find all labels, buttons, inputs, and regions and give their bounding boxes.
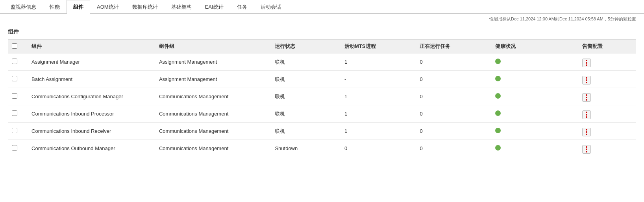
table-header-row: 组件 组件组 运行状态 活动MTS进程 正在运行任务 健康状况 告警配置	[8, 40, 636, 53]
alert-dot-3	[586, 116, 587, 118]
alert-dots-icon	[586, 146, 587, 152]
alert-dot-2	[586, 149, 587, 150]
cell-health	[491, 53, 578, 71]
tab-性能[interactable]: 性能	[43, 0, 67, 14]
cell-component-name: Communications Inbound Receiver	[28, 123, 155, 140]
row-checkbox-0[interactable]	[12, 59, 17, 64]
tab-数据库统计[interactable]: 数据库统计	[126, 0, 165, 14]
alert-dot-3	[586, 64, 587, 66]
cell-component-group: Assignment Management	[155, 71, 271, 88]
cell-component-group: Communications Management	[155, 123, 271, 140]
cell-alert	[578, 105, 636, 123]
alert-dots-icon	[586, 112, 587, 118]
table-row: Assignment Manager Assignment Management…	[8, 53, 636, 71]
cell-alert	[578, 53, 636, 71]
alert-dot-1	[586, 77, 587, 79]
cell-tasks: 0	[416, 53, 491, 71]
tab-活动会话[interactable]: 活动会话	[254, 0, 288, 14]
alert-dot-1	[586, 129, 587, 130]
alert-config-button[interactable]	[582, 93, 591, 102]
tab-监视器信息[interactable]: 监视器信息	[4, 0, 43, 14]
table-row: Communications Inbound Receiver Communic…	[8, 123, 636, 140]
cell-component-group: Communications Management	[155, 140, 271, 157]
alert-dot-2	[586, 97, 587, 98]
alert-dot-3	[586, 99, 587, 101]
health-dot	[495, 93, 501, 99]
row-checkbox-2[interactable]	[12, 93, 17, 99]
cell-mts: 1	[341, 53, 416, 71]
cell-mts: 1	[341, 123, 416, 140]
cell-status: 联机	[271, 123, 341, 140]
col-header-status: 运行状态	[271, 40, 341, 53]
cell-health	[491, 71, 578, 88]
tab-任务[interactable]: 任务	[230, 0, 254, 14]
alert-config-button[interactable]	[582, 59, 591, 67]
col-header-component: 组件	[28, 40, 155, 53]
col-header-group: 组件组	[155, 40, 271, 53]
alert-config-button[interactable]	[582, 110, 591, 119]
col-header-alert: 告警配置	[578, 40, 636, 53]
alert-dot-1	[586, 146, 587, 148]
tab-AOM统计[interactable]: AOM统计	[90, 0, 126, 14]
health-dot	[495, 110, 501, 116]
cell-health	[491, 105, 578, 123]
alert-dots-icon	[586, 94, 587, 101]
alert-dot-3	[586, 151, 587, 152]
cell-component-group: Communications Management	[155, 105, 271, 123]
alert-dots-icon	[586, 60, 587, 66]
table-row: Communications Inbound Processor Communi…	[8, 105, 636, 123]
alert-config-button[interactable]	[582, 128, 591, 136]
components-table: 组件 组件组 运行状态 活动MTS进程 正在运行任务 健康状况 告警配置 Ass…	[8, 39, 636, 157]
alert-dot-2	[586, 79, 587, 81]
cell-health	[491, 88, 578, 105]
alert-dot-2	[586, 114, 587, 116]
table-row: Communications Outbound Manager Communic…	[8, 140, 636, 157]
tab-基础架构[interactable]: 基础架构	[165, 0, 198, 14]
alert-dot-2	[586, 131, 587, 133]
cell-alert	[578, 71, 636, 88]
health-dot	[495, 128, 501, 133]
select-all-checkbox[interactable]	[12, 43, 17, 49]
cell-tasks: 0	[416, 71, 491, 88]
cell-status: 联机	[271, 88, 341, 105]
perf-note: 性能指标从Dec 11,2024 12:00 AM到Dec 11,2024 05…	[0, 14, 644, 24]
alert-dots-icon	[586, 77, 587, 83]
alert-dots-icon	[586, 129, 587, 135]
cell-tasks: 0	[416, 88, 491, 105]
cell-component-name: Assignment Manager	[28, 53, 155, 71]
row-checkbox-1[interactable]	[12, 76, 17, 81]
row-checkbox-4[interactable]	[12, 128, 17, 133]
health-dot	[495, 76, 501, 81]
cell-status: 联机	[271, 71, 341, 88]
cell-tasks: 0	[416, 123, 491, 140]
col-header-mts: 活动MTS进程	[341, 40, 416, 53]
alert-config-button[interactable]	[582, 76, 591, 84]
tab-组件[interactable]: 组件	[67, 0, 90, 14]
section-title: 组件	[8, 28, 636, 35]
alert-dot-1	[586, 60, 587, 61]
alert-dot-2	[586, 62, 587, 64]
cell-component-group: Communications Management	[155, 88, 271, 105]
cell-alert	[578, 123, 636, 140]
cell-component-name: Communications Configuration Manager	[28, 88, 155, 105]
cell-status: 联机	[271, 105, 341, 123]
cell-mts: 0	[341, 140, 416, 157]
table-row: Communications Configuration Manager Com…	[8, 88, 636, 105]
cell-alert	[578, 88, 636, 105]
cell-component-name: Communications Inbound Processor	[28, 105, 155, 123]
cell-mts: 1	[341, 88, 416, 105]
tab-bar: 监视器信息性能组件AOM统计数据库统计基础架构EAI统计任务活动会话	[0, 0, 644, 14]
cell-status: Shutdown	[271, 140, 341, 157]
alert-dot-1	[586, 94, 587, 96]
cell-tasks: 0	[416, 140, 491, 157]
health-dot	[495, 145, 501, 151]
row-checkbox-5[interactable]	[12, 145, 17, 151]
cell-component-name: Batch Assignment	[28, 71, 155, 88]
cell-alert	[578, 140, 636, 157]
tab-EAI统计[interactable]: EAI统计	[198, 0, 230, 14]
row-checkbox-3[interactable]	[12, 110, 17, 116]
cell-mts: -	[341, 71, 416, 88]
cell-tasks: 0	[416, 105, 491, 123]
cell-component-group: Assignment Management	[155, 53, 271, 71]
alert-config-button[interactable]	[582, 145, 591, 154]
